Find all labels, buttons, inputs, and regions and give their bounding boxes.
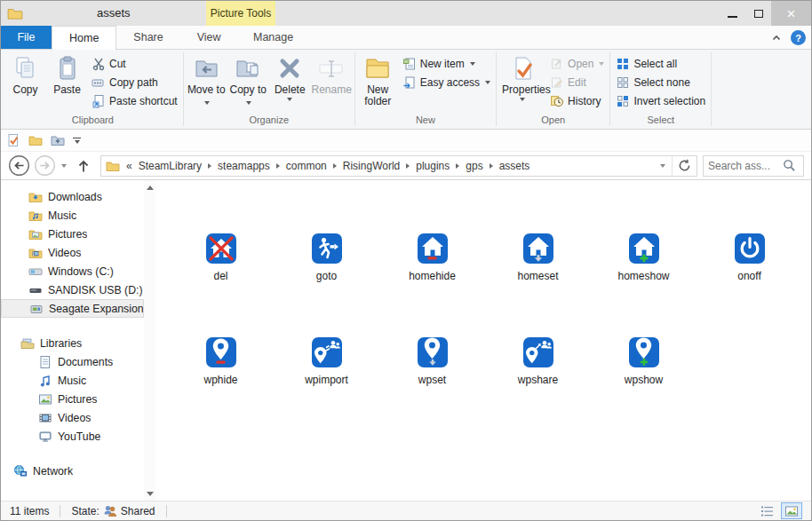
new-folder-button[interactable]: New folder bbox=[357, 51, 399, 112]
breadcrumb-gps[interactable]: gps bbox=[466, 160, 482, 172]
breadcrumb-risingworld[interactable]: RisingWorld bbox=[343, 160, 400, 172]
tab-share[interactable]: Share bbox=[116, 26, 179, 49]
file-del[interactable]: del bbox=[168, 233, 274, 282]
search-box[interactable] bbox=[703, 155, 804, 177]
tab-file[interactable]: File bbox=[1, 26, 52, 49]
breadcrumb-steamapps[interactable]: steamapps bbox=[218, 160, 270, 172]
sidebar-label: Documents bbox=[58, 356, 113, 368]
scroll-up-icon[interactable] bbox=[144, 180, 155, 194]
copy-path-button[interactable]: Copy path bbox=[88, 73, 181, 91]
select-all-button[interactable]: Select all bbox=[612, 54, 709, 73]
breadcrumb-common[interactable]: common bbox=[286, 160, 327, 172]
address-dropdown-button[interactable] bbox=[652, 156, 672, 176]
sidebar-item-music-folder[interactable]: Music bbox=[1, 206, 143, 225]
maximize-icon bbox=[754, 10, 763, 18]
file-label: onoff bbox=[737, 270, 760, 282]
dropdown-icon bbox=[204, 101, 210, 105]
move-to-icon bbox=[193, 54, 219, 83]
qat-up-folder-icon[interactable] bbox=[51, 133, 65, 147]
tab-home[interactable]: Home bbox=[52, 26, 116, 50]
file-onoff[interactable]: onoff bbox=[697, 233, 802, 282]
explorer-window: assets Picture Tools × File Home Share V… bbox=[0, 0, 812, 521]
cut-button[interactable]: Cut bbox=[88, 54, 181, 73]
sidebar-item-windows-c[interactable]: Windows (C:) bbox=[1, 262, 143, 280]
copy-to-button[interactable]: Copy to bbox=[227, 51, 269, 112]
copy-icon bbox=[12, 54, 39, 83]
file-wphide[interactable]: wphide bbox=[168, 337, 274, 386]
up-button[interactable] bbox=[76, 158, 92, 174]
close-button[interactable]: × bbox=[771, 1, 811, 26]
file-wpimport[interactable]: wpimport bbox=[274, 337, 379, 386]
open-button[interactable]: Open bbox=[546, 54, 608, 73]
paste-shortcut-button[interactable]: Paste shortcut bbox=[88, 91, 181, 110]
tab-view[interactable]: View bbox=[180, 26, 238, 49]
qat-customize-button[interactable] bbox=[73, 138, 81, 144]
breadcrumb-assets[interactable]: assets bbox=[499, 160, 530, 172]
collapse-ribbon-icon[interactable] bbox=[771, 33, 782, 43]
sidebar-scrollbar[interactable] bbox=[144, 180, 155, 501]
address-box[interactable]: « SteamLibrary steamapps common RisingWo… bbox=[100, 155, 697, 177]
select-none-button[interactable]: Select none bbox=[612, 73, 709, 91]
help-button[interactable]: ? bbox=[791, 30, 806, 45]
refresh-button[interactable] bbox=[672, 156, 697, 176]
onoff-icon bbox=[735, 233, 765, 264]
forward-button[interactable] bbox=[34, 154, 56, 177]
wphide-icon bbox=[206, 337, 236, 367]
sidebar-item-youtube[interactable]: YouTube bbox=[1, 427, 143, 446]
file-goto[interactable]: goto bbox=[274, 233, 379, 282]
file-wpset[interactable]: wpset bbox=[379, 337, 485, 386]
paste-button[interactable]: Paste bbox=[46, 51, 88, 112]
history-label: History bbox=[568, 95, 601, 107]
sidebar-item-libraries[interactable]: Libraries bbox=[1, 334, 143, 352]
tab-manage[interactable]: Manage bbox=[238, 26, 309, 49]
properties-icon bbox=[509, 54, 536, 83]
file-homeshow[interactable]: homeshow bbox=[591, 233, 697, 282]
cut-label: Cut bbox=[109, 58, 126, 70]
new-item-button[interactable]: New item bbox=[399, 54, 494, 73]
file-homeset[interactable]: homeset bbox=[485, 233, 591, 282]
sidebar-item-sandisk-usb[interactable]: SANDISK USB (D:) bbox=[1, 280, 143, 299]
sidebar-item-videos-folder[interactable]: Videos bbox=[1, 243, 143, 262]
maximize-button[interactable] bbox=[745, 1, 771, 26]
delete-button[interactable]: Delete bbox=[269, 51, 311, 112]
file-label: wphide bbox=[203, 374, 237, 386]
new-folder-icon bbox=[364, 54, 391, 83]
new-folder-label: New folder bbox=[357, 84, 398, 107]
sidebar-item-videos-library[interactable]: Videos bbox=[1, 408, 143, 427]
search-input[interactable] bbox=[708, 160, 783, 172]
move-to-button[interactable]: Move to bbox=[186, 51, 227, 112]
easy-access-button[interactable]: Easy access bbox=[399, 73, 494, 91]
sidebar-item-music-library[interactable]: Music bbox=[1, 371, 143, 390]
sidebar-item-pictures-folder[interactable]: Pictures bbox=[1, 225, 143, 243]
history-button[interactable]: History bbox=[546, 91, 608, 110]
breadcrumb-plugins[interactable]: plugins bbox=[416, 160, 450, 172]
recent-locations-button[interactable] bbox=[60, 164, 67, 168]
breadcrumb-overflow[interactable]: « bbox=[126, 160, 132, 172]
breadcrumb-steamlibrary[interactable]: SteamLibrary bbox=[139, 160, 202, 172]
qat-properties-icon[interactable] bbox=[6, 133, 20, 147]
file-homehide[interactable]: homehide bbox=[379, 233, 485, 282]
properties-button[interactable]: Properties bbox=[498, 51, 546, 112]
invert-selection-button[interactable]: Invert selection bbox=[612, 91, 709, 110]
details-view-button[interactable] bbox=[757, 502, 778, 519]
scroll-down-icon[interactable] bbox=[144, 486, 155, 501]
search-icon[interactable] bbox=[783, 159, 796, 172]
rename-button[interactable]: Rename bbox=[311, 51, 353, 112]
file-wpshow[interactable]: wpshow bbox=[591, 337, 697, 386]
properties-label: Properties bbox=[502, 84, 543, 96]
sidebar-label: SANDISK USB (D:) bbox=[48, 284, 143, 296]
thumbnail-view-button[interactable] bbox=[781, 502, 802, 519]
sidebar-item-downloads[interactable]: Downloads bbox=[1, 187, 143, 206]
qat-new-folder-icon[interactable] bbox=[28, 133, 43, 147]
sidebar-item-documents[interactable]: Documents bbox=[1, 352, 143, 371]
file-wpshare[interactable]: wpshare bbox=[485, 337, 591, 386]
back-button[interactable] bbox=[8, 154, 30, 177]
list-view-icon bbox=[760, 504, 775, 518]
copy-button[interactable]: Copy bbox=[4, 51, 46, 112]
sidebar-item-network[interactable]: Network bbox=[1, 462, 143, 480]
sidebar-label: Network bbox=[33, 465, 73, 478]
sidebar-item-pictures-library[interactable]: Pictures bbox=[1, 390, 143, 408]
edit-button[interactable]: Edit bbox=[546, 73, 608, 91]
sidebar-item-seagate-expansion[interactable]: Seagate Expansion Dri bbox=[1, 299, 144, 318]
minimize-button[interactable] bbox=[720, 1, 745, 26]
